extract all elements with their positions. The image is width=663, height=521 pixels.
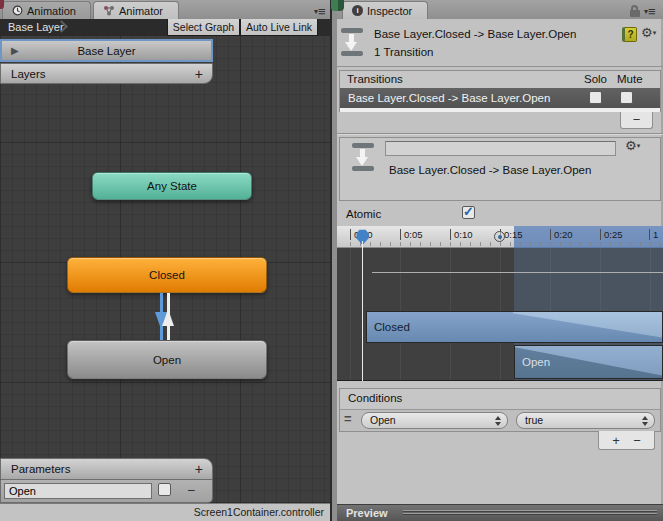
animator-toolbar: Base Layer Select Graph Auto Live Link — [0, 19, 330, 36]
playhead-line — [362, 241, 363, 381]
transition-icon — [341, 27, 363, 57]
panel-splitter[interactable] — [330, 0, 337, 521]
layers-header: Layers + — [0, 63, 213, 84]
condition-value: true — [525, 414, 543, 426]
remove-parameter-button[interactable]: − — [187, 482, 195, 498]
timeline-bar-label: Closed — [374, 321, 410, 333]
condition-parameter-value: Open — [370, 414, 396, 426]
transition-arrowhead-up-icon[interactable] — [162, 309, 174, 326]
state-node-closed[interactable]: Closed — [67, 257, 267, 293]
window-chrome-green — [331, 0, 344, 11]
transition-detail-title: Base Layer.Closed -> Base Layer.Open — [389, 164, 591, 176]
preview-label: Preview — [346, 507, 388, 519]
inspector-subtitle: 1 Transition — [374, 46, 433, 58]
transition-start-marker[interactable] — [494, 231, 505, 242]
tab-animator[interactable]: Animator — [93, 1, 179, 19]
auto-live-link-button[interactable]: Auto Live Link — [240, 19, 318, 36]
closed-fadeout-wedge — [513, 312, 662, 342]
ruler-minor-ticks — [350, 242, 663, 246]
parameter-value-checkbox[interactable] — [158, 483, 171, 496]
animator-panel-menu-icon[interactable]: ▾≡ — [314, 4, 326, 19]
conditions-header-label: Conditions — [348, 392, 402, 404]
parameters-header-label: Parameters — [11, 463, 70, 475]
state-node-any-state[interactable]: Any State — [92, 172, 252, 200]
timeline-bar-label: Open — [522, 356, 550, 368]
section-divider — [337, 133, 663, 134]
transition-name-field[interactable] — [385, 141, 616, 156]
solo-checkbox[interactable] — [589, 91, 602, 104]
unity-editor-window: Animation Animator ▾≡ Base Layer Select … — [0, 0, 663, 521]
inspector-panel-menu-icon[interactable]: ▾≡ — [644, 4, 656, 19]
animator-tabbar: Animation Animator ▾≡ — [0, 0, 330, 19]
state-node-label: Closed — [149, 269, 185, 281]
tab-animator-label: Animator — [119, 5, 163, 17]
state-node-label: Open — [153, 354, 181, 366]
state-node-label: Any State — [147, 180, 197, 192]
condition-list-buttons: + − — [598, 431, 655, 450]
timeline-bar-closed[interactable]: Closed — [366, 311, 663, 343]
atomic-label: Atomic — [346, 208, 381, 220]
parameter-row-open: − — [0, 480, 213, 503]
transition-list-row-label: Base Layer.Closed -> Base Layer.Open — [348, 92, 550, 104]
tick-label: 0:05 — [400, 229, 423, 240]
transition-icon — [352, 142, 374, 172]
tab-animation[interactable]: Animation — [2, 1, 91, 19]
header-divider — [337, 66, 663, 67]
controller-asset-name: Screen1Container.controller — [194, 506, 324, 518]
condition-parameter-dropdown[interactable]: Open — [361, 412, 508, 429]
transition-timeline[interactable]: Closed Open 0:00 0:05 0:10 0:15 0:20 0:2… — [337, 226, 663, 381]
mute-column-label: Mute — [617, 73, 643, 85]
preview-drag-handle-icon — [403, 510, 657, 516]
layers-header-label: Layers — [11, 68, 46, 80]
info-icon: i — [352, 5, 363, 16]
inspector-title: Base Layer.Closed -> Base Layer.Open — [374, 28, 576, 40]
add-condition-button[interactable]: + — [612, 433, 620, 448]
lock-icon[interactable] — [630, 5, 640, 17]
parameters-header: Parameters + — [0, 458, 213, 480]
transitions-list-footer — [340, 108, 660, 112]
add-layer-button[interactable]: + — [195, 66, 203, 82]
tick-label: 0:20 — [550, 229, 573, 240]
clock-icon — [12, 5, 23, 16]
dropdown-arrows-icon — [642, 416, 648, 426]
gear-icon[interactable]: ⚙▾ — [641, 26, 656, 40]
duration-line — [372, 272, 663, 273]
layer-row-label: Base Layer — [77, 45, 135, 57]
tab-inspector[interactable]: i Inspector — [342, 1, 428, 19]
tick-label: 1 — [649, 229, 658, 240]
state-node-open[interactable]: Open — [67, 340, 267, 379]
solo-column-label: Solo — [584, 73, 607, 85]
inspector-tabbar: i Inspector — [337, 0, 663, 19]
condition-drag-handle[interactable]: = — [344, 411, 352, 426]
gear-icon[interactable]: ⚙▾ — [625, 139, 640, 153]
mute-checkbox[interactable] — [620, 91, 633, 104]
add-parameter-button[interactable]: + — [195, 461, 203, 477]
tick-label: 0:10 — [450, 229, 473, 240]
remove-condition-button[interactable]: − — [633, 433, 641, 448]
remove-transition-button[interactable]: − — [620, 112, 653, 129]
dropdown-arrows-icon — [495, 416, 501, 426]
transition-list-row[interactable]: Base Layer.Closed -> Base Layer.Open — [340, 88, 660, 108]
condition-value-dropdown[interactable]: true — [516, 412, 655, 429]
layer-foldout-icon[interactable]: ▶ — [11, 45, 19, 56]
animator-icon — [103, 5, 115, 16]
select-graph-button[interactable]: Select Graph — [167, 19, 240, 36]
preview-bar[interactable]: Preview — [337, 504, 663, 521]
transitions-header-label: Transitions — [347, 73, 403, 85]
help-icon[interactable]: ? — [622, 27, 637, 42]
tick-label: 0:25 — [600, 229, 623, 240]
tab-inspector-label: Inspector — [367, 5, 412, 17]
timeline-bar-open[interactable]: Open — [514, 345, 663, 379]
window-chrome-red — [0, 0, 4, 9]
parameter-name-field[interactable] — [4, 483, 152, 499]
animator-status-bar: Screen1Container.controller — [0, 503, 330, 521]
layer-row-base-layer[interactable]: ▶ Base Layer — [0, 39, 213, 62]
tab-animation-label: Animation — [27, 5, 76, 17]
atomic-checkbox[interactable] — [462, 206, 475, 219]
